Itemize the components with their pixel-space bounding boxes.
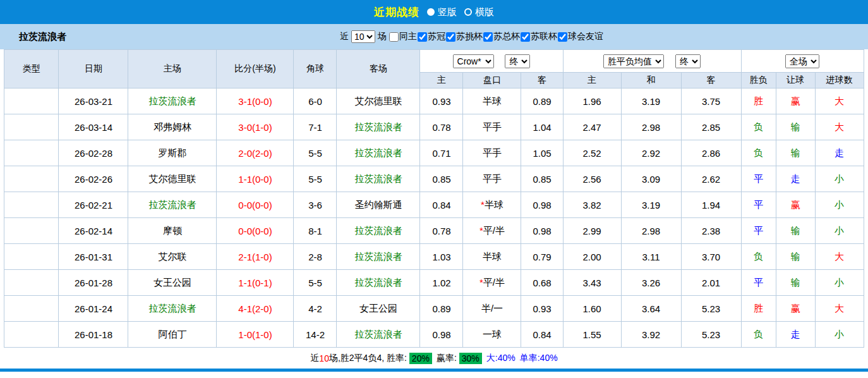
asian-away-odds: 0.98 xyxy=(521,218,563,244)
sub-header-asian-home: 主 xyxy=(420,73,463,88)
match-date: 26-02-14 xyxy=(59,218,128,244)
goals-result: 大 xyxy=(815,88,864,114)
filter-checkbox-label[interactable]: 苏挑杯 xyxy=(446,31,483,42)
sub-header-handicap-result: 让球 xyxy=(776,73,815,88)
euro-home-odds: 2.52 xyxy=(563,140,621,166)
sub-header-handicap: 盘口 xyxy=(463,73,521,88)
goals-result: 大 xyxy=(815,244,864,270)
euro-away-odds: 5.23 xyxy=(681,322,741,348)
match-result: 负 xyxy=(741,244,776,270)
near-label: 近 xyxy=(340,31,349,42)
asian-time-select[interactable]: 终 xyxy=(505,54,530,68)
goals-result: 大 xyxy=(815,296,864,322)
scope-header-group: 全场 xyxy=(741,50,864,73)
sub-header-goals: 进球数 xyxy=(815,73,864,88)
match-date: 26-01-31 xyxy=(59,244,128,270)
score: 4-1(2-0) xyxy=(217,296,294,322)
big-rate-text: 大:40% xyxy=(486,353,515,364)
euro-home-odds: 3.82 xyxy=(563,192,621,218)
euro-away-odds: 2.01 xyxy=(681,270,741,296)
summary-record-text: 场,胜2平4负4, 胜率: xyxy=(329,353,407,364)
euro-draw-odds: 3.11 xyxy=(621,244,681,270)
filter-checkbox-label[interactable]: 苏联杯 xyxy=(521,31,557,42)
match-result: 胜 xyxy=(741,88,776,114)
layout-option-vertical[interactable]: 竖版 xyxy=(427,6,457,18)
corner-score: 8-1 xyxy=(294,218,337,244)
corner-score: 4-2 xyxy=(294,296,337,322)
away-team: 拉茨流浪者 xyxy=(337,322,420,348)
filter-checkbox-label[interactable]: 球会友谊 xyxy=(558,31,603,42)
league-badge: 苏挑杯 xyxy=(4,270,59,296)
summary-count: 10 xyxy=(319,353,329,363)
col-header-score: 比分(半场) xyxy=(217,50,294,88)
radio-selected-icon[interactable] xyxy=(427,8,435,16)
asian-home-odds: 0.78 xyxy=(420,218,463,244)
filter-checkbox[interactable] xyxy=(558,32,567,42)
filter-checkbox[interactable] xyxy=(418,32,427,42)
handicap-result: 赢 xyxy=(776,296,815,322)
match-date: 26-01-28 xyxy=(59,270,128,296)
score: 2-0(2-0) xyxy=(217,140,294,166)
euro-away-odds: 2.38 xyxy=(681,218,741,244)
euro-draw-odds: 3.64 xyxy=(621,296,681,322)
score: 1-1(0-1) xyxy=(217,270,294,296)
match-row: 苏冠26-02-21拉茨流浪者0-0(0-0)3-6圣约翰斯通0.84*半球0.… xyxy=(4,192,864,218)
filter-checkbox[interactable] xyxy=(446,32,455,42)
asian-home-odds: 0.71 xyxy=(420,140,463,166)
asian-away-odds: 0.85 xyxy=(521,166,563,192)
euro-time-select[interactable]: 终 xyxy=(675,54,701,68)
scope-select[interactable]: 全场 xyxy=(785,54,819,68)
asian-away-odds: 0.84 xyxy=(521,322,563,348)
corner-score: 3-6 xyxy=(294,192,337,218)
match-count-select[interactable]: 10 xyxy=(351,30,375,43)
goals-result: 小 xyxy=(815,192,864,218)
handicap-result: 赢 xyxy=(776,192,815,218)
radio-unselected-icon[interactable] xyxy=(464,8,472,16)
asian-home-odds: 0.85 xyxy=(420,166,463,192)
sub-header-asian-away: 客 xyxy=(521,73,563,88)
filter-checkbox[interactable] xyxy=(389,32,399,42)
home-team: 拉茨流浪者 xyxy=(128,296,217,322)
match-row: 苏挑杯26-02-26艾尔德里联1-1(0-0)5-5拉茨流浪者0.85平手0.… xyxy=(4,166,864,192)
home-team: 阿伯丁 xyxy=(128,322,217,348)
filter-checkbox[interactable] xyxy=(521,32,530,42)
single-rate-text: 单率:40% xyxy=(520,353,558,364)
euro-home-odds: 1.96 xyxy=(563,88,621,114)
asian-home-odds: 1.03 xyxy=(420,244,463,270)
league-badge: 苏冠 xyxy=(4,296,59,322)
goals-result: 小 xyxy=(815,218,864,244)
filter-bar: 拉茨流浪者 近 10 场 同主苏冠苏挑杯苏总杯苏联杯球会友谊 xyxy=(0,24,868,49)
filter-checkbox-label[interactable]: 苏总杯 xyxy=(483,31,520,42)
handicap-line: 平手 xyxy=(463,140,521,166)
layout-horizontal-label: 横版 xyxy=(475,6,494,18)
euro-draw-odds: 3.26 xyxy=(621,270,681,296)
asian-away-odds: 0.98 xyxy=(521,192,563,218)
score: 2-1(1-0) xyxy=(217,244,294,270)
euro-away-odds: 2.86 xyxy=(681,140,741,166)
home-team: 摩顿 xyxy=(128,218,217,244)
asian-home-odds: 0.98 xyxy=(420,322,463,348)
euro-away-odds: 2.85 xyxy=(681,114,741,140)
goals-result: 走 xyxy=(815,140,864,166)
away-team: 拉茨流浪者 xyxy=(337,244,420,270)
matches-label: 场 xyxy=(378,31,387,42)
asian-away-odds: 0.68 xyxy=(521,270,563,296)
handicap-result: 输 xyxy=(776,114,815,140)
league-badge: 苏挑杯 xyxy=(4,166,59,192)
filter-checkbox-label[interactable]: 苏冠 xyxy=(418,31,445,42)
handicap-result: 走 xyxy=(776,166,815,192)
away-team: 圣约翰斯通 xyxy=(337,192,420,218)
summary-bar: 近10场,胜2平4负4, 胜率: 20% 赢率: 30% 大:40% 单率:40… xyxy=(0,348,868,369)
league-badge: 苏总杯 xyxy=(4,322,59,348)
corner-score: 5-5 xyxy=(294,166,337,192)
bookmaker-select[interactable]: Crow* xyxy=(453,54,494,68)
filter-checkbox-label[interactable]: 同主 xyxy=(389,31,417,42)
layout-option-horizontal[interactable]: 横版 xyxy=(464,6,494,18)
match-row: 苏冠26-02-28罗斯郡2-0(2-0)5-5拉茨流浪者0.71平手1.052… xyxy=(4,140,864,166)
handicap-line: *平/半 xyxy=(463,270,521,296)
sub-header-result: 胜负 xyxy=(741,73,776,88)
table-header-row-main: 类型 日期 主场 比分(半场) 角球 客场 Crow* 终 胜平负均值 终 全场 xyxy=(4,50,864,73)
filter-checkbox[interactable] xyxy=(483,32,493,42)
euro-odds-select[interactable]: 胜平负均值 xyxy=(603,54,664,68)
match-row: 苏冠26-01-31艾尔联2-1(1-0)2-8拉茨流浪者1.03半球0.792… xyxy=(4,244,864,270)
